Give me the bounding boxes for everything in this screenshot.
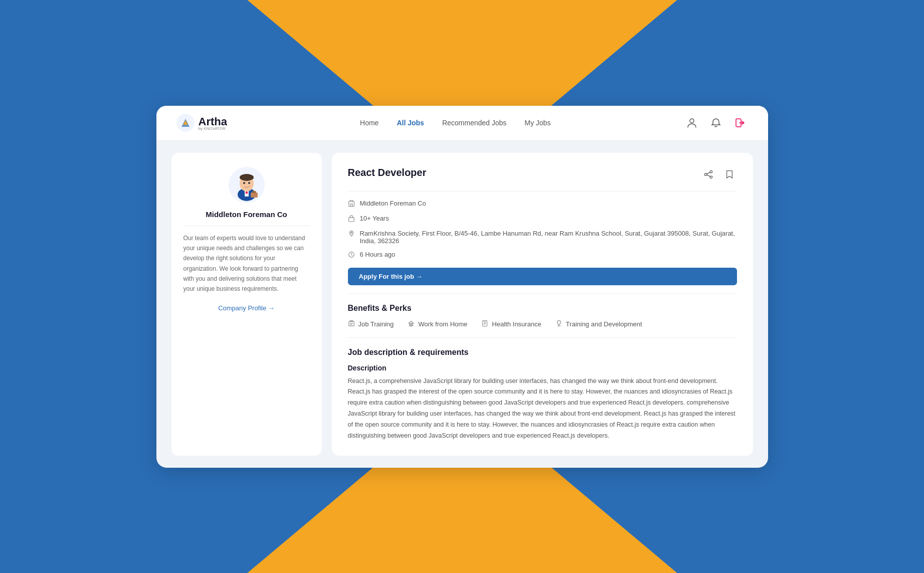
description-section-title: Job description & requirements xyxy=(348,347,737,356)
content-area: Middleton Foreman Co Our team of experts… xyxy=(156,140,768,467)
company-description: Our team of experts would love to unders… xyxy=(183,233,310,294)
meta-location-text: RamKrishna Society, First Floor, B/45-46… xyxy=(360,229,737,244)
health-icon xyxy=(481,319,488,328)
training-icon xyxy=(556,319,563,328)
benefit-work-from-home: Work from Home xyxy=(408,319,467,328)
svg-point-1 xyxy=(690,119,694,123)
company-divider xyxy=(183,225,310,226)
benefit-job-training: Job Training xyxy=(348,319,394,328)
nav-my-jobs[interactable]: My Jobs xyxy=(524,119,550,127)
company-avatar xyxy=(229,166,265,203)
logout-icon[interactable] xyxy=(732,115,748,131)
briefcase-icon xyxy=(348,215,355,223)
benefit-health-insurance-label: Health Insurance xyxy=(492,320,541,327)
avatar-image xyxy=(232,168,262,201)
svg-point-13 xyxy=(710,170,712,173)
navbar-links: Home All Jobs Recommended Jobs My Jobs xyxy=(360,119,550,127)
company-profile-link[interactable]: Company Profile → xyxy=(218,304,275,312)
benefit-job-training-label: Job Training xyxy=(358,320,394,327)
meta-time: 6 Hours ago xyxy=(348,250,737,259)
job-meta: Middleton Foreman Co 10+ Years RamKrishn… xyxy=(348,191,737,293)
right-panel-job: React Developer Middleton Foreman Co xyxy=(332,152,753,455)
meta-experience-text: 10+ Years xyxy=(360,214,389,222)
svg-rect-17 xyxy=(348,218,354,222)
svg-rect-21 xyxy=(410,323,413,325)
nav-recommended-jobs[interactable]: Recommended Jobs xyxy=(442,119,506,127)
benefits-title: Benefits & Perks xyxy=(348,303,737,312)
svg-point-8 xyxy=(240,174,254,181)
benefits-row: Job Training Work from Home Health Insur… xyxy=(348,319,737,337)
svg-rect-22 xyxy=(411,324,413,326)
navbar: Artha by KNOVATOR Home All Jobs Recommen… xyxy=(156,105,768,140)
svg-rect-12 xyxy=(252,191,256,193)
svg-point-10 xyxy=(248,182,250,184)
profile-icon[interactable] xyxy=(684,115,700,131)
svg-point-14 xyxy=(704,173,707,175)
job-header: React Developer xyxy=(348,166,737,191)
job-title: React Developer xyxy=(348,166,427,178)
navbar-icons xyxy=(684,115,748,131)
meta-company: Middleton Foreman Co xyxy=(348,199,737,208)
benefit-training-dev-label: Training and Development xyxy=(566,320,642,327)
bookmark-icon[interactable] xyxy=(722,166,737,181)
meta-experience: 10+ Years xyxy=(348,214,737,223)
logo-icon xyxy=(176,114,195,132)
job-training-icon xyxy=(348,319,355,328)
benefit-health-insurance: Health Insurance xyxy=(481,319,541,328)
logo-sub: by KNOVATOR xyxy=(199,126,227,130)
svg-point-9 xyxy=(243,182,245,184)
notification-icon[interactable] xyxy=(708,115,724,131)
home-icon xyxy=(408,319,415,328)
benefit-training-dev: Training and Development xyxy=(556,319,642,328)
nav-home[interactable]: Home xyxy=(360,119,379,127)
company-name: Middleton Foreman Co xyxy=(206,210,287,218)
svg-rect-11 xyxy=(251,193,258,198)
clock-icon xyxy=(348,251,355,259)
job-header-actions xyxy=(701,166,737,181)
svg-point-18 xyxy=(350,232,352,233)
meta-location: RamKrishna Society, First Floor, B/45-46… xyxy=(348,229,737,244)
svg-point-15 xyxy=(710,176,712,178)
nav-all-jobs[interactable]: All Jobs xyxy=(397,119,424,127)
left-panel-company: Middleton Foreman Co Our team of experts… xyxy=(171,152,322,455)
description-text: React.js, a comprehensive JavaScript lib… xyxy=(348,375,737,441)
main-modal: Artha by KNOVATOR Home All Jobs Recommen… xyxy=(156,105,768,467)
building-icon xyxy=(348,200,355,208)
meta-posted-time: 6 Hours ago xyxy=(360,250,396,258)
benefit-work-from-home-label: Work from Home xyxy=(418,320,467,327)
share-icon[interactable] xyxy=(701,166,716,181)
meta-company-name: Middleton Foreman Co xyxy=(360,199,426,207)
svg-rect-20 xyxy=(348,321,354,326)
description-label: Description xyxy=(348,363,737,371)
logo: Artha by KNOVATOR xyxy=(176,114,227,132)
apply-button[interactable]: Apply For this job → xyxy=(348,267,737,285)
location-icon xyxy=(348,230,355,238)
